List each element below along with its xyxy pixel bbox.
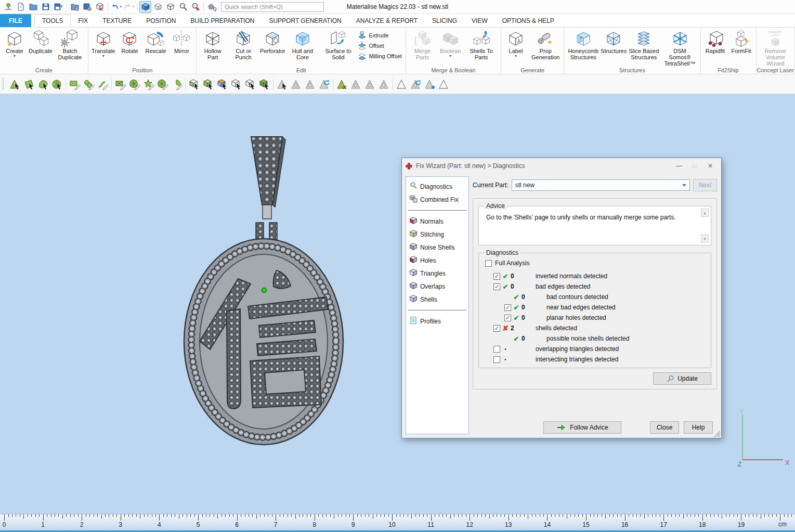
fix-page-combined-fix[interactable]: Combined Fix — [406, 193, 468, 206]
open-file-icon[interactable] — [27, 1, 39, 13]
tab-options-help[interactable]: OPTIONS & HELP — [495, 14, 562, 27]
select-cube-clear-icon[interactable] — [229, 77, 243, 92]
ribbon-item-structures[interactable]: Structures — [601, 29, 627, 55]
isometric-view-icon[interactable] — [139, 1, 151, 13]
ribbon-item-label[interactable]: ALabel▾ — [503, 29, 529, 59]
diagnostic-checkbox[interactable] — [493, 346, 500, 353]
save-icon[interactable] — [40, 1, 51, 13]
mark-ellipse-icon[interactable] — [82, 77, 96, 92]
diagnostic-checkbox[interactable]: ✓ — [493, 273, 500, 280]
ribbon-item-honeycomb-structures[interactable]: Honeycomb Structures — [566, 29, 601, 61]
tab-slicing[interactable]: SLICING — [425, 14, 464, 27]
select-cube-top-icon[interactable] — [215, 77, 229, 92]
tab-build-preparation[interactable]: BUILD PREPARATION — [184, 14, 262, 27]
toolbar-drag-handle[interactable] — [3, 78, 5, 90]
tab-analyze-report[interactable]: ANALYZE & REPORT — [349, 14, 425, 27]
save-platform-icon[interactable] — [81, 1, 93, 13]
triangle-tool-1-icon[interactable] — [275, 77, 289, 92]
select-cube-front-icon[interactable] — [187, 77, 201, 92]
fix-page-holes[interactable]: Holes — [406, 254, 468, 267]
dialog-maximize-button[interactable]: ▭ — [687, 160, 702, 172]
diagnostic-checkbox[interactable]: ✓ — [504, 304, 511, 311]
import-part-icon[interactable] — [2, 1, 14, 13]
fix-page-stitching[interactable]: Stitching — [406, 228, 468, 241]
triangle-tool-4-icon[interactable] — [349, 77, 363, 92]
bottom-view-icon[interactable] — [152, 1, 164, 13]
tab-position[interactable]: POSITION — [139, 14, 183, 27]
quick-search-input[interactable] — [221, 2, 324, 12]
view-cube-icon[interactable] — [164, 1, 176, 13]
ribbon-item-shells-to-parts[interactable]: Shells To Parts — [463, 29, 499, 61]
tab-fix[interactable]: FIX — [71, 14, 95, 27]
next-button[interactable]: Next — [693, 179, 717, 191]
ribbon-item-milling-offset[interactable]: Milling Offset — [358, 51, 401, 60]
unload-part-icon[interactable]: ✕ — [94, 1, 106, 13]
help-button[interactable]: Help — [684, 421, 713, 434]
scroll-up-icon[interactable]: ▲ — [701, 209, 709, 217]
triangle-outline-icon[interactable] — [395, 77, 409, 92]
ribbon-item-hollow-part[interactable]: Hollow Part — [198, 29, 227, 61]
diagnostic-checkbox[interactable]: ✓ — [493, 325, 500, 332]
ribbon-item-cut-or-punch[interactable]: Cut or Punch — [227, 29, 259, 61]
select-cube-inner-icon[interactable] — [243, 77, 257, 92]
ribbon-item-extrude[interactable]: Extrude — [358, 31, 401, 40]
update-button[interactable]: Update — [653, 372, 711, 385]
dialog-minimize-button[interactable]: — — [671, 160, 687, 172]
tab-file[interactable]: FILE — [0, 14, 31, 27]
tab-tools[interactable]: TOOLS — [34, 14, 71, 27]
mark-pie-icon[interactable] — [155, 77, 170, 92]
save-as-icon[interactable] — [52, 1, 64, 13]
fix-page-noise-shells[interactable]: Noise Shells — [406, 241, 468, 254]
unzoom-icon[interactable]: ✕ — [189, 1, 201, 13]
ribbon-item-hull-and-core[interactable]: Hull and Core — [285, 29, 319, 61]
redo-icon[interactable]: ▾ — [123, 1, 135, 13]
ribbon-item-rescale[interactable]: Rescale — [142, 29, 168, 55]
triangle-tool-7-icon[interactable] — [437, 77, 451, 92]
select-cube-solid-icon[interactable] — [257, 77, 271, 92]
triangle-tool-5-icon[interactable] — [363, 77, 377, 92]
ribbon-item-remove-volume-wizard[interactable]: CONCEPTLASERRemove Volume Wizard — [758, 29, 793, 68]
tab-view[interactable]: VIEW — [464, 14, 495, 27]
ribbon-item-translate[interactable]: Translate▾ — [90, 29, 116, 59]
ribbon-item-surface-to-solid[interactable]: Surface to Solid — [319, 29, 357, 61]
select-planes-icon[interactable] — [22, 77, 36, 92]
new-scene-icon[interactable] — [15, 1, 27, 13]
pendant-model[interactable] — [184, 137, 343, 445]
fix-page-profiles[interactable]: Profiles — [406, 315, 468, 328]
ribbon-item-mirror[interactable]: Mirror — [168, 29, 194, 55]
ribbon-item-rapidfit[interactable]: Rapidfit — [702, 29, 728, 55]
select-cube-visible-icon[interactable] — [201, 77, 215, 92]
close-button[interactable]: Close — [650, 421, 679, 434]
fix-page-diagnostics[interactable]: Diagnostics — [406, 180, 468, 193]
mark-brush-icon[interactable] — [127, 77, 141, 92]
triangle-point-icon[interactable] — [423, 77, 437, 92]
fix-page-shells[interactable]: Shells — [406, 293, 468, 306]
triangle-tool-3-icon[interactable] — [303, 77, 317, 92]
select-shells-icon[interactable] — [50, 77, 64, 92]
mark-window-triangles-icon[interactable] — [113, 77, 127, 92]
select-surfaces-icon[interactable] — [36, 77, 50, 92]
ribbon-item-create[interactable]: ★Create▾ — [2, 29, 28, 59]
mark-star-icon[interactable] — [141, 77, 155, 92]
tab-support-generation[interactable]: SUPPORT GENERATION — [262, 14, 348, 27]
mark-sector-icon[interactable] — [170, 77, 184, 92]
mark-rectangle-icon[interactable] — [68, 77, 82, 92]
select-triangles-icon[interactable] — [8, 77, 22, 92]
viewport-3d[interactable]: Y X Z Fix Wizard (Part: stl new) > Diagn… — [0, 94, 795, 514]
resize-grip[interactable] — [714, 431, 721, 437]
ribbon-item-batch-duplicate[interactable]: Batch Duplicate — [54, 29, 86, 61]
triangle-refresh-icon[interactable] — [317, 77, 331, 92]
fix-page-normals[interactable]: Normals — [406, 215, 468, 228]
ribbon-item-prop-generation[interactable]: ★Prop Generation — [529, 29, 562, 61]
diagnostic-checkbox[interactable]: ✓ — [493, 283, 500, 290]
triangle-tool-6-icon[interactable] — [377, 77, 391, 92]
ribbon-item-slice-based-structures[interactable]: Slice Based Structures — [627, 29, 661, 61]
ribbon-item-merge-parts[interactable]: {Merge Parts — [408, 29, 437, 61]
tab-texture[interactable]: TEXTURE — [95, 14, 139, 27]
fix-wizard-title-bar[interactable]: Fix Wizard (Part: stl new) > Diagnostics… — [402, 158, 721, 174]
dialog-close-button[interactable]: ✕ — [702, 160, 718, 172]
zoom-icon[interactable] — [177, 1, 189, 13]
triangle-tool-2-icon[interactable] — [289, 77, 303, 92]
fix-page-triangles[interactable]: Triangles — [406, 267, 468, 280]
delete-marked-icon[interactable]: ✕ — [335, 77, 349, 92]
